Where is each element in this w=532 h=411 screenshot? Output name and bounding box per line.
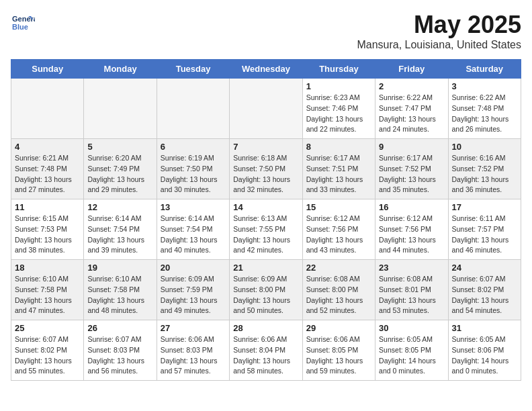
svg-text:General: General (12, 15, 35, 23)
calendar-cell: 4Sunrise: 6:21 AMSunset: 7:48 PMDaylight… (11, 139, 84, 199)
weekday-header-saturday: Saturday (448, 60, 521, 79)
logo-icon: General Blue (11, 11, 35, 35)
day-info: Sunrise: 6:05 AMSunset: 8:06 PMDaylight:… (452, 334, 517, 377)
day-number: 9 (379, 142, 444, 152)
calendar-cell: 23Sunrise: 6:08 AMSunset: 8:01 PMDayligh… (375, 260, 448, 320)
day-number: 1 (306, 81, 371, 91)
day-info: Sunrise: 6:14 AMSunset: 7:54 PMDaylight:… (161, 214, 226, 256)
day-info: Sunrise: 6:22 AMSunset: 7:47 PMDaylight:… (379, 93, 444, 135)
day-number: 6 (161, 142, 226, 152)
day-info: Sunrise: 6:17 AMSunset: 7:51 PMDaylight:… (306, 153, 371, 195)
day-info: Sunrise: 6:07 AMSunset: 8:02 PMDaylight:… (15, 334, 80, 377)
day-info: Sunrise: 6:19 AMSunset: 7:50 PMDaylight:… (161, 153, 226, 195)
day-info: Sunrise: 6:07 AMSunset: 8:02 PMDaylight:… (452, 274, 517, 316)
calendar-cell: 17Sunrise: 6:11 AMSunset: 7:57 PMDayligh… (448, 199, 521, 260)
calendar-table: SundayMondayTuesdayWednesdayThursdayFrid… (11, 59, 521, 381)
weekday-header-friday: Friday (375, 60, 448, 79)
day-number: 2 (379, 81, 444, 91)
svg-text:Blue: Blue (12, 23, 28, 31)
calendar-cell: 8Sunrise: 6:17 AMSunset: 7:51 PMDaylight… (302, 139, 375, 199)
calendar-cell: 15Sunrise: 6:12 AMSunset: 7:56 PMDayligh… (302, 199, 375, 260)
day-info: Sunrise: 6:12 AMSunset: 7:56 PMDaylight:… (306, 214, 371, 256)
week-row-1: 4Sunrise: 6:21 AMSunset: 7:48 PMDaylight… (11, 139, 521, 199)
weekday-header-row: SundayMondayTuesdayWednesdayThursdayFrid… (11, 60, 521, 79)
day-number: 31 (452, 323, 517, 333)
day-info: Sunrise: 6:07 AMSunset: 8:03 PMDaylight:… (87, 334, 152, 377)
day-number: 10 (452, 142, 517, 152)
day-number: 18 (15, 263, 80, 273)
week-row-3: 18Sunrise: 6:10 AMSunset: 7:58 PMDayligh… (11, 260, 521, 320)
day-number: 5 (87, 142, 152, 152)
day-info: Sunrise: 6:21 AMSunset: 7:48 PMDaylight:… (15, 153, 80, 195)
calendar-cell: 28Sunrise: 6:06 AMSunset: 8:04 PMDayligh… (230, 320, 302, 381)
day-number: 11 (15, 202, 80, 212)
day-info: Sunrise: 6:06 AMSunset: 8:04 PMDaylight:… (233, 334, 298, 377)
calendar-cell (84, 79, 157, 139)
day-info: Sunrise: 6:08 AMSunset: 8:01 PMDaylight:… (379, 274, 444, 316)
month-title: May 2025 (357, 11, 521, 39)
calendar-cell: 11Sunrise: 6:15 AMSunset: 7:53 PMDayligh… (11, 199, 84, 260)
day-number: 21 (233, 263, 298, 273)
day-number: 7 (233, 142, 298, 152)
day-number: 12 (87, 202, 152, 212)
calendar-cell: 9Sunrise: 6:17 AMSunset: 7:52 PMDaylight… (375, 139, 448, 199)
day-info: Sunrise: 6:17 AMSunset: 7:52 PMDaylight:… (379, 153, 444, 195)
day-info: Sunrise: 6:11 AMSunset: 7:57 PMDaylight:… (452, 214, 517, 256)
day-info: Sunrise: 6:06 AMSunset: 8:03 PMDaylight:… (161, 334, 226, 377)
day-info: Sunrise: 6:05 AMSunset: 8:05 PMDaylight:… (379, 334, 444, 377)
day-info: Sunrise: 6:22 AMSunset: 7:48 PMDaylight:… (452, 93, 517, 135)
calendar-cell: 19Sunrise: 6:10 AMSunset: 7:58 PMDayligh… (84, 260, 157, 320)
calendar-cell (157, 79, 229, 139)
calendar-cell: 6Sunrise: 6:19 AMSunset: 7:50 PMDaylight… (157, 139, 229, 199)
day-info: Sunrise: 6:18 AMSunset: 7:50 PMDaylight:… (233, 153, 298, 195)
calendar-cell: 2Sunrise: 6:22 AMSunset: 7:47 PMDaylight… (375, 79, 448, 139)
day-number: 15 (306, 202, 371, 212)
day-info: Sunrise: 6:16 AMSunset: 7:52 PMDaylight:… (452, 153, 517, 195)
weekday-header-sunday: Sunday (11, 60, 84, 79)
day-number: 14 (233, 202, 298, 212)
day-info: Sunrise: 6:10 AMSunset: 7:58 PMDaylight:… (87, 274, 152, 316)
weekday-header-thursday: Thursday (302, 60, 375, 79)
page-header: General Blue General Blue May 2025 Mansu… (11, 11, 521, 51)
calendar-cell: 16Sunrise: 6:12 AMSunset: 7:56 PMDayligh… (375, 199, 448, 260)
day-number: 22 (306, 263, 371, 273)
title-area: May 2025 Mansura, Louisiana, United Stat… (357, 11, 521, 51)
day-info: Sunrise: 6:09 AMSunset: 8:00 PMDaylight:… (233, 274, 298, 316)
calendar-cell: 13Sunrise: 6:14 AMSunset: 7:54 PMDayligh… (157, 199, 229, 260)
calendar-cell: 3Sunrise: 6:22 AMSunset: 7:48 PMDaylight… (448, 79, 521, 139)
weekday-header-monday: Monday (84, 60, 157, 79)
calendar-cell (230, 79, 302, 139)
day-number: 17 (452, 202, 517, 212)
day-info: Sunrise: 6:08 AMSunset: 8:00 PMDaylight:… (306, 274, 371, 316)
day-info: Sunrise: 6:06 AMSunset: 8:05 PMDaylight:… (306, 334, 371, 377)
calendar-cell: 18Sunrise: 6:10 AMSunset: 7:58 PMDayligh… (11, 260, 84, 320)
day-number: 20 (161, 263, 226, 273)
calendar-cell: 24Sunrise: 6:07 AMSunset: 8:02 PMDayligh… (448, 260, 521, 320)
day-info: Sunrise: 6:15 AMSunset: 7:53 PMDaylight:… (15, 214, 80, 256)
day-info: Sunrise: 6:12 AMSunset: 7:56 PMDaylight:… (379, 214, 444, 256)
day-number: 16 (379, 202, 444, 212)
calendar-cell (11, 79, 84, 139)
calendar-cell: 5Sunrise: 6:20 AMSunset: 7:49 PMDaylight… (84, 139, 157, 199)
week-row-2: 11Sunrise: 6:15 AMSunset: 7:53 PMDayligh… (11, 199, 521, 260)
day-number: 25 (15, 323, 80, 333)
day-number: 30 (379, 323, 444, 333)
calendar-cell: 26Sunrise: 6:07 AMSunset: 8:03 PMDayligh… (84, 320, 157, 381)
day-number: 24 (452, 263, 517, 273)
day-info: Sunrise: 6:10 AMSunset: 7:58 PMDaylight:… (15, 274, 80, 316)
day-number: 13 (161, 202, 226, 212)
day-info: Sunrise: 6:13 AMSunset: 7:55 PMDaylight:… (233, 214, 298, 256)
day-number: 29 (306, 323, 371, 333)
day-number: 3 (452, 81, 517, 91)
day-number: 8 (306, 142, 371, 152)
calendar-cell: 25Sunrise: 6:07 AMSunset: 8:02 PMDayligh… (11, 320, 84, 381)
calendar-cell: 20Sunrise: 6:09 AMSunset: 7:59 PMDayligh… (157, 260, 229, 320)
day-info: Sunrise: 6:20 AMSunset: 7:49 PMDaylight:… (87, 153, 152, 195)
calendar-cell: 12Sunrise: 6:14 AMSunset: 7:54 PMDayligh… (84, 199, 157, 260)
calendar-cell: 14Sunrise: 6:13 AMSunset: 7:55 PMDayligh… (230, 199, 302, 260)
calendar-cell: 21Sunrise: 6:09 AMSunset: 8:00 PMDayligh… (230, 260, 302, 320)
calendar-cell: 10Sunrise: 6:16 AMSunset: 7:52 PMDayligh… (448, 139, 521, 199)
day-number: 28 (233, 323, 298, 333)
day-info: Sunrise: 6:09 AMSunset: 7:59 PMDaylight:… (161, 274, 226, 316)
day-number: 19 (87, 263, 152, 273)
